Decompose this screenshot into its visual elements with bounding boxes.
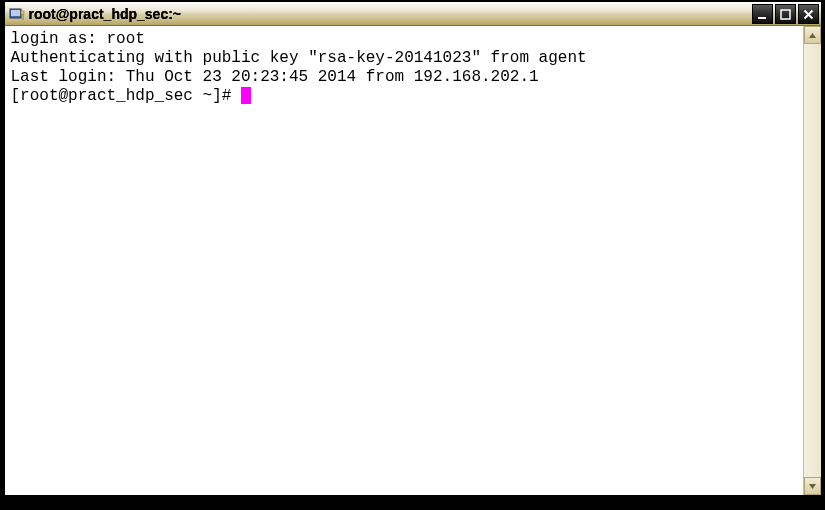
putty-icon <box>9 6 25 22</box>
terminal-line: login as: root <box>11 30 797 49</box>
terminal-prompt-line: [root@pract_hdp_sec ~]# <box>11 87 797 106</box>
scroll-track[interactable] <box>804 44 821 477</box>
svg-rect-4 <box>758 17 766 19</box>
svg-marker-8 <box>809 33 816 38</box>
terminal-prompt: [root@pract_hdp_sec ~]# <box>11 87 241 105</box>
svg-marker-9 <box>809 484 816 489</box>
close-button[interactable] <box>798 4 819 24</box>
scrollbar[interactable] <box>803 26 821 495</box>
terminal-body: login as: rootAuthenticating with public… <box>5 26 821 495</box>
terminal-content[interactable]: login as: rootAuthenticating with public… <box>5 26 803 495</box>
titlebar[interactable]: root@pract_hdp_sec:~ <box>5 2 821 26</box>
maximize-button[interactable] <box>775 4 796 24</box>
scroll-up-button[interactable] <box>804 26 821 44</box>
scroll-down-button[interactable] <box>804 477 821 495</box>
terminal-line: Authenticating with public key "rsa-key-… <box>11 49 797 68</box>
svg-rect-5 <box>781 10 790 19</box>
minimize-button[interactable] <box>752 4 773 24</box>
svg-rect-2 <box>21 11 24 14</box>
window-controls <box>752 4 819 24</box>
window-title: root@pract_hdp_sec:~ <box>29 6 182 22</box>
terminal-line: Last login: Thu Oct 23 20:23:45 2014 fro… <box>11 68 797 87</box>
terminal-cursor <box>241 87 251 104</box>
terminal-window: root@pract_hdp_sec:~ login as: rootAuth <box>3 0 823 497</box>
svg-rect-1 <box>11 10 20 16</box>
